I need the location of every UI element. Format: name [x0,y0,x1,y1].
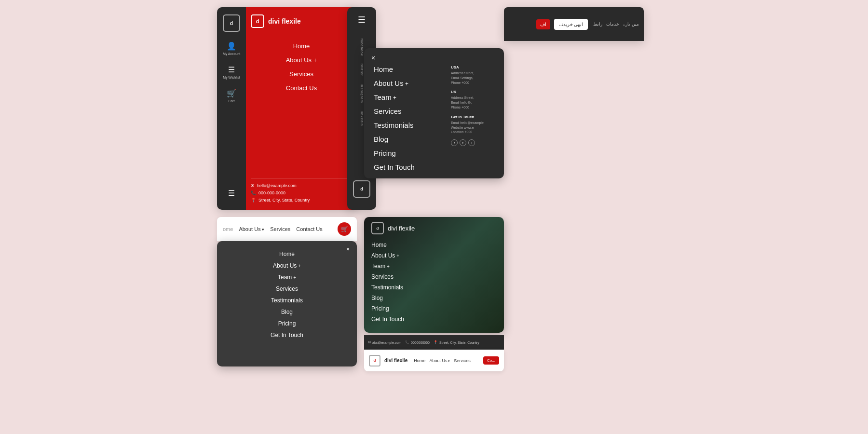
horiz-nav-contact[interactable]: Contact Us [296,226,322,232]
sidebar-item-wishlist[interactable]: ☰ My Wishlist [223,65,240,79]
urdu-nav-services[interactable]: خدمات [606,22,619,27]
popup-nav-team[interactable]: Team [278,274,296,281]
red-nav-services[interactable]: Services [289,70,313,78]
footer-location-icon: 📍 [434,340,438,344]
dark-dropdown-nav: Home About Us Team Services Testimonials… [374,65,444,171]
dd-nav-blog[interactable]: Blog [374,135,444,143]
cart-bag-icon: 🛒 [341,226,348,232]
red-nav-contact[interactable]: Contact Us [286,84,317,92]
panel-dark-dropdown-top: × Home About Us Team Services Testimonia… [364,48,504,178]
popup-nav-get-in-touch[interactable]: Get In Touch [271,332,303,339]
horiz-nav-home[interactable]: ome [223,226,233,232]
bottom-nav-brand: divi flexile [384,358,407,363]
email-icon: ✉ [251,183,255,188]
footer-address: 📍 Street, City, State, Country [251,198,352,203]
social-facebook-label: facebook [360,39,364,56]
popup-nav-home[interactable]: Home [279,251,295,258]
dark-bg-logo: d [371,222,384,234]
horiz-nav-about[interactable]: About Us [239,226,264,232]
red-nav-home[interactable]: Home [293,42,310,50]
dd-nav-testimonials[interactable]: Testimonials [374,121,444,129]
footer-phone: 📞 000-000-0000 [251,190,352,195]
footer-phone-icon: 📞 [405,340,409,344]
bg-nav-home[interactable]: Home [371,242,497,248]
social-icons-row: f t + [451,139,494,146]
dark-sidebar: d 👤 My Account ☰ My Wishlist 🛒 Cart ☰ [217,7,246,210]
popup-nav-testimonials[interactable]: Testimonials [271,297,303,304]
bottom-divi-icon: d [374,358,376,363]
divi-icon: d [256,18,259,24]
urdu-nav-contact[interactable]: رابطہ [592,22,602,27]
urdu-nav-about[interactable]: میں بارے [623,22,639,27]
footer-bar-email: ✉ abc@example.com [368,340,401,344]
horiz-cart-button[interactable]: 🛒 [338,222,351,236]
red-nav-about[interactable]: About Us [286,56,317,64]
sidebar-account-label: My Account [223,52,240,55]
popup-nav-about[interactable]: About Us [273,262,301,269]
bg-nav-blog[interactable]: Blog [371,295,497,301]
get-in-touch-title: Get In Touch [451,115,494,119]
bottom-nav-about[interactable]: About Us [429,358,450,363]
social-hamburger-icon[interactable]: ☰ [358,14,366,25]
red-menu-header: d divi flexile [251,14,352,28]
bottom-nav-home[interactable]: Home [414,358,425,363]
red-menu-nav: Home About Us Services Contact Us [251,42,352,178]
popup-nav-services[interactable]: Services [276,285,298,292]
dd-nav-home[interactable]: Home [374,65,444,73]
panel-bottom-navbar: d divi flexile Home About Us Services Co… [364,350,504,371]
bg-nav-testimonials[interactable]: Testimonials [371,284,497,291]
sidebar-item-cart[interactable]: 🛒 Cart [227,89,236,103]
twitter-circle-icon[interactable]: t [460,139,466,146]
social-bottom-logo: d [353,180,370,198]
phone-icon: 📞 [251,190,256,195]
horiz-nav-services[interactable]: Services [270,226,290,232]
panel-dark-popup-bottom: × Home About Us Team Services Testimonia… [217,241,357,366]
dark-bg-brand: divi flexile [388,225,415,232]
red-menu: d divi flexile Home About Us Services Co… [246,7,357,210]
dd-nav-team[interactable]: Team [374,93,444,101]
panel-sidebar-red: d 👤 My Account ☰ My Wishlist 🛒 Cart ☰ [217,7,357,215]
dd-nav-get-in-touch[interactable]: Get In Touch [374,163,444,171]
panel-urdu-navbar: اف ابھی خریدنے رابطہ خدمات میں بارے [504,7,644,41]
footer-bar-address: 📍 Street, City, State, Country [434,340,479,344]
dd-nav-about[interactable]: About Us [374,79,444,87]
bg-nav-pricing[interactable]: Pricing [371,305,497,312]
contact-usa: USA Address Street,Email Settings,Phone … [451,65,494,85]
bg-nav-get-in-touch[interactable]: Get In Touch [371,316,497,323]
popup-nav-pricing[interactable]: Pricing [278,320,296,327]
dd-nav-services[interactable]: Services [374,107,444,115]
dark-bg-header: d divi flexile [364,217,504,239]
sidebar-hamburger-icon[interactable]: ☰ [228,189,235,198]
cart-icon: 🛒 [227,89,236,98]
dark-bg-nav: Home About Us Team Services Testimonials… [364,239,504,325]
get-in-touch-text: Email hello@exampleWebsite www.eLocation… [451,121,494,135]
popup-nav: Home About Us Team Services Testimonials… [227,251,347,339]
dark-dropdown-contact: USA Address Street,Email Settings,Phone … [451,65,494,171]
dd-nav-pricing[interactable]: Pricing [374,149,444,157]
sidebar-item-account[interactable]: 👤 My Account [223,41,240,55]
usa-address: Address Street,Email Settings,Phone +000 [451,71,494,85]
dropdown-close-button[interactable]: × [371,54,375,62]
bottom-nav-cta[interactable]: Co... [483,356,499,365]
panel-horiz-navbar: ome About Us Services Contact Us 🛒 [217,217,357,241]
other-circle-icon[interactable]: + [468,139,475,146]
red-menu-footer: ✉ hello@example.com 📞 000-000-0000 📍 Str… [251,178,352,203]
panel-dark-bg: d divi flexile Home About Us Team Servic… [364,217,504,333]
sidebar-logo: d [223,14,240,32]
wishlist-icon: ☰ [228,65,235,74]
footer-email-icon: ✉ [368,340,371,344]
account-icon: 👤 [227,41,236,51]
bg-nav-team[interactable]: Team [371,263,497,270]
sidebar-red-container: d 👤 My Account ☰ My Wishlist 🛒 Cart ☰ [217,7,357,210]
urdu-highlight: اف [536,19,550,29]
bg-nav-about[interactable]: About Us [371,252,497,259]
facebook-circle-icon[interactable]: f [451,139,458,146]
bottom-nav-services[interactable]: Services [454,358,471,363]
bg-nav-services[interactable]: Services [371,273,497,280]
divi-bottom-icon: d [360,187,363,191]
popup-nav-blog[interactable]: Blog [281,309,293,315]
red-menu-logo: d [251,14,264,28]
footer-email: ✉ hello@example.com [251,183,352,188]
urdu-buy-button[interactable]: ابھی خریدنے [554,19,588,30]
popup-close-button[interactable]: × [346,246,350,253]
